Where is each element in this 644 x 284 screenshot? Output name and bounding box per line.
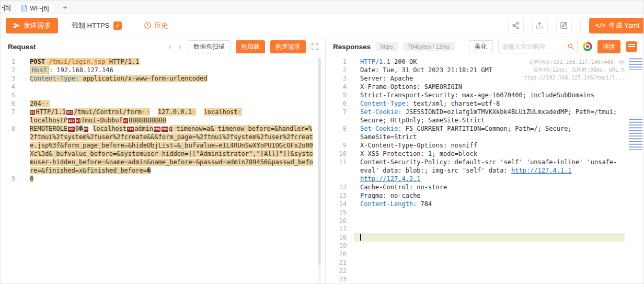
fullscreen-icon[interactable] [311, 43, 319, 51]
new-tab-button[interactable]: + [60, 3, 71, 11]
line-number: 9 [1, 175, 24, 183]
edit-icon[interactable] [556, 18, 572, 33]
code-line[interactable]: 9X-Content-Type-Options: nosniff [333, 141, 643, 150]
response-panel-header: Responses https 784bytes / 12ms 美化 详情 [333, 37, 643, 56]
code-line[interactable]: 23 [333, 275, 643, 283]
control-char-badge: STX [127, 127, 134, 132]
code-line[interactable]: 14Content-Length: 784 [333, 200, 643, 208]
code-segment: Content-Security-Policy: default-src 'se… [360, 158, 617, 174]
code-segment: Cache-Control: no-store [360, 184, 447, 191]
code-segment: localhostP [30, 117, 67, 124]
line-number: 2 [1, 66, 24, 74]
code-segment: 204 [30, 100, 41, 107]
code-line[interactable]: 12Cache-Control: no-store [333, 183, 643, 191]
code-line[interactable]: 10X-XSS-Protection: 1; mode=block [333, 150, 643, 158]
next-request-button[interactable]: › [178, 42, 182, 51]
code-line[interactable]: 13Pragma: no-cache [333, 191, 643, 200]
code-line[interactable]: 8Set-Cookie: F5_CURRENT_PARTITION=Common… [333, 124, 643, 141]
history-button[interactable]: 历史 [144, 21, 168, 30]
request-scrollbar-thumb[interactable] [318, 58, 321, 265]
code-line[interactable]: 90 [1, 175, 325, 183]
code-line[interactable]: 6204·· [1, 99, 325, 108]
code-line[interactable]: 21 [333, 258, 643, 267]
comment-icon[interactable] [626, 41, 637, 52]
response-panel-title: Responses [333, 43, 371, 51]
line-number: 19 [333, 242, 354, 250]
code-segment: Pragma: no-cache [360, 192, 421, 199]
request-scrollbar[interactable] [318, 58, 321, 282]
beautify-button[interactable]: 美化 [469, 40, 493, 53]
code-line[interactable]: 7Set-Cookie: JSESSIONID=ozlafg1mTMVKXkbk… [333, 108, 643, 124]
code-line[interactable]: 3Content-Type: application/x-www-form-ur… [1, 74, 325, 83]
code-line[interactable]: 1POST /tmui/login.jsp HTTP/1.1 [1, 58, 325, 66]
toolbar-divider [580, 20, 581, 31]
minimap-block [629, 58, 642, 71]
control-char-badge: ES [30, 110, 35, 115]
line-number: 11 [333, 158, 354, 183]
prev-request-button[interactable]: ‹ [167, 42, 172, 51]
toolbar: 发送请求 强制 HTTPS ✓ 历史 </> 生成 Yaml [1, 14, 643, 37]
request-editor[interactable]: 1POST /tmui/login.jsp HTTP/1.12Host: 192… [1, 56, 325, 284]
line-number: 22 [333, 267, 354, 275]
meta-line: 应时间:12ms; 总耗时:93ms; URL:h [504, 66, 625, 74]
line-number: 20 [333, 250, 354, 258]
response-meta-info: 远程地址:192.168.127.146:443; 响 应时间:12ms; 总耗… [504, 58, 625, 82]
code-segment: BBBBBBBBBB [129, 117, 166, 124]
minimap[interactable] [628, 56, 643, 284]
code-line[interactable]: 20 [333, 250, 643, 258]
line-number: 7 [1, 108, 24, 124]
code-segment: admin [134, 125, 153, 132]
code-segment [572, 167, 576, 174]
code-line[interactable]: 19 [333, 242, 643, 250]
search-icon[interactable] [565, 40, 577, 53]
request-header-controls: ‹ › 数据包扫描 热加载 构造请求 [167, 40, 319, 53]
code-segment: /tmui/Control/form [74, 108, 142, 116]
code-line[interactable]: 7ESHTTP/1.1DC2/tmui/Control/form·· 127.0… [1, 108, 325, 124]
control-char-badge: VT [76, 118, 80, 123]
tab-partial[interactable]: -[5] [2, 4, 10, 11]
generate-yaml-button[interactable]: </> 生成 Yaml [589, 18, 644, 33]
force-https-toggle: 强制 HTTPS ✓ [72, 21, 122, 30]
text-caret [360, 234, 361, 241]
line-number: 5 [333, 91, 354, 99]
tab-label: WF-[6] [30, 5, 49, 12]
control-char-badge: SOH [162, 127, 168, 132]
code-segment: http://127.4.2.1 [360, 175, 421, 183]
code-line[interactable]: 11Content-Security-Policy: default-src '… [333, 158, 643, 183]
response-header-controls: 美化 详情 [469, 40, 637, 53]
code-segment: Date: Tue, 31 Oct 2023 21:18:21 GMT [360, 66, 492, 74]
response-editor[interactable]: 远程地址:192.168.127.146:443; 响 应时间:12ms; 总耗… [333, 56, 643, 284]
code-line[interactable]: 4X-Frame-Options: SAMEORIGIN [333, 83, 643, 91]
code-line[interactable]: 17 [333, 225, 643, 233]
build-request-button[interactable]: 构造请求 [270, 40, 306, 53]
hot-reload-button[interactable]: 热加载 [236, 40, 265, 53]
details-button[interactable]: 详情 [597, 40, 620, 53]
code-line[interactable]: 16 [333, 217, 643, 225]
code-segment: X-Frame-Options: SAMEORIGIN [360, 83, 462, 90]
code-line[interactable]: 5Strict-Transport-Security: max-age=1607… [333, 91, 643, 99]
meta-line: ttps://192.168.127.146/tmui/l... [504, 74, 625, 82]
code-segment: ·· [142, 108, 150, 116]
code-line[interactable]: 4 [1, 83, 325, 91]
response-search-input[interactable] [499, 43, 565, 50]
code-line[interactable]: 2Host: 192.168.127.146 [1, 66, 325, 74]
export-icon[interactable] [532, 18, 548, 33]
code-line[interactable]: 18 [333, 233, 643, 242]
code-line[interactable]: 6Content-Type: text/xml; charset=utf-8 [333, 99, 643, 108]
packet-scan-button[interactable]: 数据包扫描 [188, 40, 231, 53]
send-icon [13, 22, 20, 29]
code-line[interactable]: 8REMOTEROLESOH0�VT localhostSTXadminENQS… [1, 124, 325, 175]
meta-line: 远程地址:192.168.127.146:443; 响 [504, 58, 625, 66]
share-icon[interactable] [508, 18, 524, 33]
code-segment: text/xml; charset=utf-8 [409, 100, 500, 107]
code-line[interactable]: 15 [333, 208, 643, 217]
chrome-icon[interactable] [583, 42, 592, 51]
code-line[interactable]: 22 [333, 267, 643, 275]
force-https-checkbox[interactable]: ✓ [113, 21, 122, 30]
line-number: 23 [333, 275, 354, 283]
response-search [498, 40, 578, 53]
line-number: 17 [333, 225, 354, 233]
tab-wf6[interactable]: WF-[6] [16, 3, 54, 14]
code-line[interactable]: 5 [1, 91, 325, 99]
send-request-button[interactable]: 发送请求 [6, 18, 58, 33]
